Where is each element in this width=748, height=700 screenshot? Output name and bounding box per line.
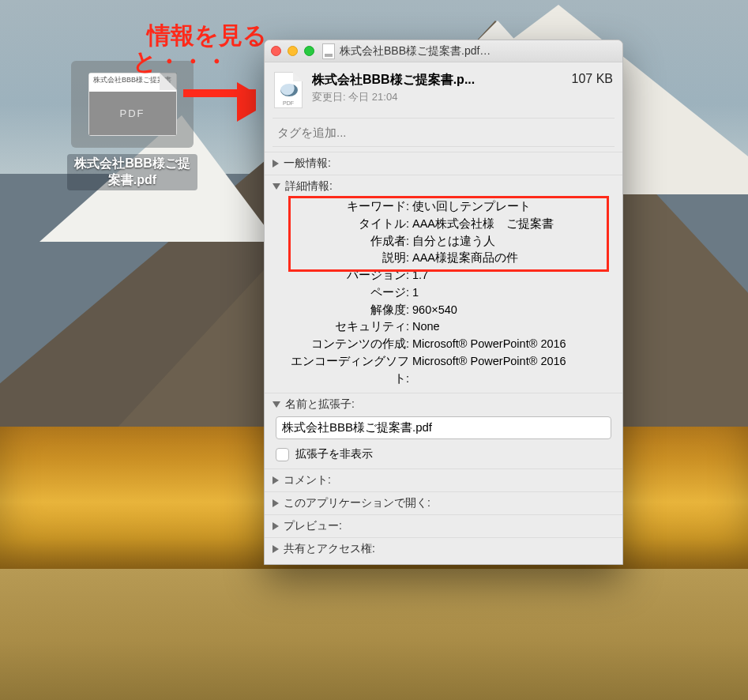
detail-value: 使い回しテンプレート <box>409 198 611 216</box>
info-header: PDF 株式会社BBB様ご提案書.p... 107 KB 変更日: 今日 21:… <box>265 62 622 116</box>
section-general[interactable]: 一般情報: <box>265 152 622 175</box>
modified-label: 変更日: <box>312 91 346 103</box>
detail-value: None <box>409 318 611 336</box>
desktop-file-label: 株式会社BBB様ご提案書.pdf <box>67 154 197 190</box>
detail-key: ページ: <box>287 284 409 302</box>
detail-value: 1 <box>409 284 611 302</box>
detail-value: 960×540 <box>409 302 611 319</box>
detail-row: 説明:AAA様提案商品の件 <box>287 250 611 267</box>
zoom-icon[interactable] <box>304 46 314 56</box>
chevron-right-icon <box>273 522 279 530</box>
detail-value: 自分とは違う人 <box>409 233 611 250</box>
section-detail: 詳細情報: キーワード:使い回しテンプレートタイトル:AAA株式会社様 ご提案書… <box>265 175 622 393</box>
detail-key: タイトル: <box>287 216 409 233</box>
section-sharing[interactable]: 共有とアクセス権: <box>265 537 622 564</box>
file-icon: PDF <box>274 72 303 108</box>
filename-input[interactable] <box>276 416 611 439</box>
section-open-with[interactable]: このアプリケーションで開く: <box>265 491 622 514</box>
section-detail-header[interactable]: 詳細情報: <box>273 179 615 194</box>
chevron-down-icon <box>273 401 280 408</box>
detail-key: キーワード: <box>287 198 409 216</box>
section-comment-label: コメント: <box>284 473 331 487</box>
tags-input[interactable] <box>273 119 615 146</box>
desktop-file[interactable]: 株式会社BBB様ご提案書 PDF 株式会社BBB様ご提案書.pdf <box>67 61 197 190</box>
detail-key: エンコーディングソフト: <box>287 353 409 388</box>
chevron-right-icon <box>273 499 279 507</box>
annotation-text-2: と・・・ <box>133 47 228 76</box>
section-open-with-label: このアプリケーションで開く: <box>284 496 430 510</box>
chevron-down-icon <box>273 183 280 190</box>
section-preview[interactable]: プレビュー: <box>265 514 622 537</box>
detail-key: コンテンツの作成: <box>287 336 409 353</box>
detail-row: キーワード:使い回しテンプレート <box>287 198 611 216</box>
titlebar-file-icon <box>322 43 335 59</box>
get-info-window: 株式会社BBB様ご提案書.pdf… PDF 株式会社BBB様ご提案書.p... … <box>264 40 623 565</box>
hide-extension-checkbox[interactable]: 拡張子を非表示 <box>276 447 611 461</box>
close-icon[interactable] <box>271 46 281 56</box>
file-thumbnail: 株式会社BBB様ご提案書 PDF <box>88 73 177 136</box>
detail-row: バージョン:1.7 <box>287 267 611 284</box>
annotation-text: 情報を見る <box>147 21 267 50</box>
detail-row: エンコーディングソフト:Microsoft® PowerPoint® 2016 <box>287 353 611 388</box>
detail-value: 1.7 <box>409 267 611 284</box>
detail-value: Microsoft® PowerPoint® 2016 <box>409 336 611 353</box>
detail-row: コンテンツの作成:Microsoft® PowerPoint® 2016 <box>287 336 611 353</box>
titlebar[interactable]: 株式会社BBB様ご提案書.pdf… <box>265 40 622 62</box>
chevron-right-icon <box>273 545 279 553</box>
detail-row: タイトル:AAA株式会社様 ご提案書 <box>287 216 611 233</box>
chevron-right-icon <box>273 160 279 167</box>
checkbox-icon <box>276 448 289 461</box>
section-sharing-label: 共有とアクセス権: <box>284 542 375 556</box>
detail-key: 説明: <box>287 250 409 267</box>
modified-value: 今日 21:04 <box>348 91 397 103</box>
file-size: 107 KB <box>572 72 613 86</box>
tags-field[interactable] <box>273 118 615 147</box>
hide-extension-label: 拡張子を非表示 <box>295 447 373 461</box>
section-preview-label: プレビュー: <box>284 519 342 533</box>
section-detail-label: 詳細情報: <box>285 179 333 194</box>
section-name-ext-label: 名前と拡張子: <box>285 397 355 412</box>
section-comment[interactable]: コメント: <box>265 469 622 491</box>
section-name-ext: 名前と拡張子: 拡張子を非表示 <box>265 393 622 469</box>
chevron-right-icon <box>273 476 279 484</box>
file-name: 株式会社BBB様ご提案書.p... <box>312 72 475 88</box>
detail-key: セキュリティ: <box>287 318 409 336</box>
detail-value: Microsoft® PowerPoint® 2016 <box>409 353 611 371</box>
detail-row: ページ:1 <box>287 284 611 302</box>
detail-row: セキュリティ:None <box>287 318 611 336</box>
detail-row: 作成者:自分とは違う人 <box>287 233 611 250</box>
detail-key: 解像度: <box>287 302 409 319</box>
detail-value: AAA様提案商品の件 <box>409 250 611 267</box>
section-name-ext-header[interactable]: 名前と拡張子: <box>273 397 615 412</box>
window-title: 株式会社BBB様ご提案書.pdf… <box>340 44 491 58</box>
annotation-arrow <box>183 82 275 104</box>
minimize-icon[interactable] <box>288 46 298 56</box>
detail-value: AAA株式会社様 ご提案書 <box>409 216 611 233</box>
detail-key: バージョン: <box>287 267 409 284</box>
detail-row: 解像度:960×540 <box>287 302 611 319</box>
detail-key: 作成者: <box>287 233 409 250</box>
section-general-label: 一般情報: <box>284 156 331 171</box>
